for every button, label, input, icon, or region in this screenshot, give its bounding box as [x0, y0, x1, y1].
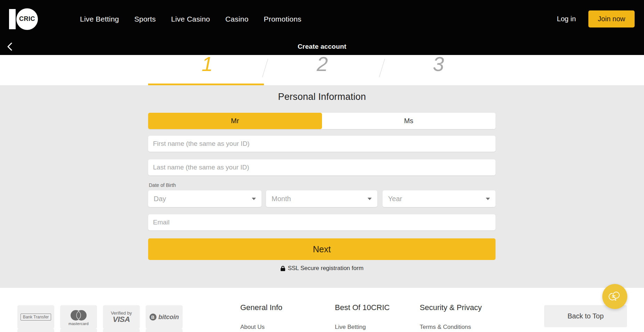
top-navigation-bar: CRIC Live Betting Sports Live Casino Cas… — [0, 0, 644, 38]
lock-icon — [281, 266, 285, 271]
title-option-ms[interactable]: Ms — [322, 113, 496, 129]
email-input[interactable] — [148, 214, 496, 230]
bank-transfer-logo: Bank Transfer — [21, 314, 51, 321]
footer-column-security-privacy: Security & Privacy Terms & Conditions — [420, 303, 482, 331]
payment-bank-transfer[interactable]: Bank Transfer — [17, 305, 54, 329]
title-toggle: Mr Ms — [148, 113, 496, 129]
payment-bitcoin[interactable]: B bitcoin — [146, 305, 183, 329]
payment-verified-by-visa[interactable]: Verified by VISA — [103, 305, 140, 329]
chat-bubbles-icon — [608, 291, 621, 302]
nav-item-sports[interactable]: Sports — [134, 15, 156, 23]
date-of-birth-label: Date of Birth — [149, 182, 176, 188]
nav-item-live-casino[interactable]: Live Casino — [171, 15, 210, 23]
step-3[interactable]: 3 — [423, 52, 454, 76]
main-nav-links: Live Betting Sports Live Casino Casino P… — [80, 15, 301, 23]
logo-text: CRIC — [19, 15, 35, 23]
month-select-value: Month — [272, 195, 291, 203]
step-1[interactable]: 1 — [192, 52, 223, 76]
live-chat-button[interactable] — [602, 284, 627, 309]
chevron-down-icon — [368, 198, 372, 200]
personal-information-section: Personal Information Mr Ms Date of Birth… — [0, 85, 644, 288]
footer-link-about-us[interactable]: About Us — [240, 324, 282, 331]
last-name-input[interactable] — [148, 159, 496, 175]
bitcoin-icon: B — [150, 314, 156, 321]
chevron-down-icon — [486, 198, 490, 200]
chevron-down-icon — [252, 198, 256, 200]
mastercard-label: mastercard — [69, 322, 89, 326]
nav-item-promotions[interactable]: Promotions — [264, 15, 301, 23]
month-select[interactable]: Month — [266, 190, 377, 207]
payment-mastercard[interactable]: mastercard — [60, 305, 97, 329]
nav-right-group: Log in Join now — [557, 10, 635, 27]
nav-item-live-betting[interactable]: Live Betting — [80, 15, 119, 23]
join-now-button[interactable]: Join now — [588, 10, 635, 27]
footer-column-best-of-10cric: Best Of 10CRIC Live Betting — [335, 303, 390, 331]
registration-page: CRIC Live Betting Sports Live Casino Cas… — [0, 0, 644, 332]
mastercard-icon — [67, 309, 90, 323]
day-select-value: Day — [154, 195, 166, 203]
payment-tile[interactable] — [146, 329, 183, 332]
step-2[interactable]: 2 — [307, 52, 338, 76]
footer-heading: Best Of 10CRIC — [335, 303, 390, 312]
title-option-mr[interactable]: Mr — [148, 113, 322, 129]
footer: Bank Transfer mastercard Verified by VIS… — [0, 288, 644, 332]
bitcoin-label: bitcoin — [159, 314, 179, 321]
login-link[interactable]: Log in — [557, 15, 576, 23]
step-separator — [379, 59, 385, 77]
year-select[interactable]: Year — [383, 190, 496, 207]
footer-link-live-betting[interactable]: Live Betting — [335, 324, 390, 331]
footer-heading: General Info — [240, 303, 282, 312]
day-select[interactable]: Day — [148, 190, 261, 207]
payment-tile[interactable] — [17, 329, 54, 332]
ssl-note-row: SSL Secure registration form — [0, 265, 644, 272]
payment-tile[interactable] — [60, 329, 97, 332]
ssl-note-text: SSL Secure registration form — [288, 265, 364, 272]
year-select-value: Year — [388, 195, 402, 203]
first-name-input[interactable] — [148, 136, 496, 152]
visa-logo-text: VISA — [113, 316, 130, 323]
step-indicator: 1 2 3 — [0, 55, 644, 85]
10cric-logo[interactable]: CRIC — [9, 8, 39, 30]
section-heading: Personal Information — [0, 92, 644, 102]
footer-link-terms-conditions[interactable]: Terms & Conditions — [420, 324, 482, 331]
logo-circle-shape: CRIC — [16, 8, 38, 30]
next-button[interactable]: Next — [148, 238, 496, 260]
nav-item-casino[interactable]: Casino — [225, 15, 249, 23]
footer-heading: Security & Privacy — [420, 303, 482, 312]
step-separator — [262, 59, 268, 77]
footer-column-general-info: General Info About Us — [240, 303, 282, 331]
payment-tile[interactable] — [103, 329, 140, 332]
logo-bar-shape — [9, 9, 16, 29]
